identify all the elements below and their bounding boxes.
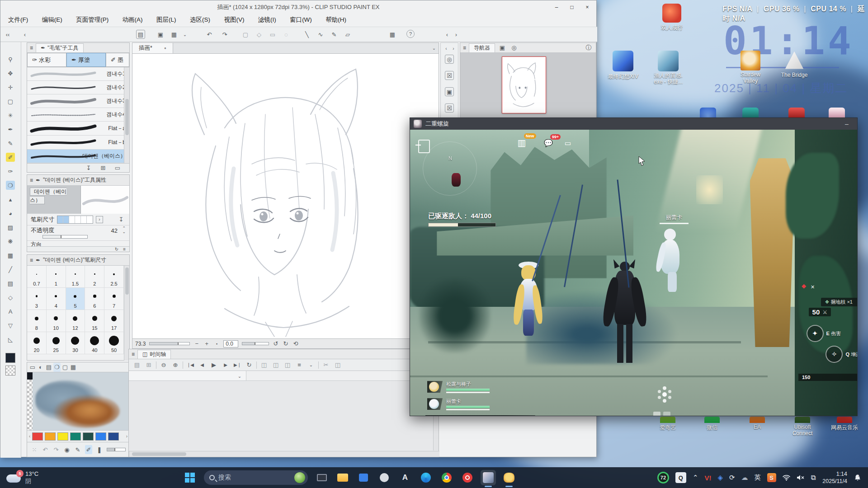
ink-tool-icon[interactable]: ✑ <box>6 167 15 176</box>
timeline-content[interactable]: ⌄ <box>129 371 439 457</box>
swatch-teal[interactable] <box>70 432 81 441</box>
desktop-icon-stardew[interactable]: StardewValley <box>731 51 769 84</box>
navigator-viewport[interactable] <box>460 53 596 117</box>
desktop-icon-the-bridge[interactable]: The Bridge <box>774 51 815 78</box>
size-indicator-icon[interactable]: ↧ <box>117 215 126 224</box>
exit-door-icon[interactable] <box>418 140 430 153</box>
operation-tool-icon[interactable]: ◺ <box>6 335 15 344</box>
taskbar-app-edge[interactable] <box>418 470 434 485</box>
size-cell[interactable]: 30 <box>66 332 85 354</box>
size-cell[interactable]: 50 <box>104 332 124 354</box>
mix-size-slider[interactable] <box>107 448 126 451</box>
mix-pen-icon[interactable]: ✎ <box>74 445 81 454</box>
menu-window[interactable]: 窗口(W) <box>284 14 318 26</box>
register-subtool-icon[interactable]: ↧ <box>84 164 93 172</box>
size-cell[interactable]: 15 <box>85 310 104 332</box>
timeline-ruler[interactable] <box>246 371 434 381</box>
game-titlebar[interactable]: 二重螺旋 – <box>410 118 857 130</box>
menu-layer[interactable]: 图层(L) <box>151 14 182 26</box>
chat-bubble-icon[interactable] <box>663 412 670 416</box>
zoom-slider[interactable] <box>149 342 190 345</box>
color-wheel-tab-icon[interactable]: ◐ <box>37 363 44 372</box>
size-cell-selected[interactable]: 5 <box>66 288 85 310</box>
timeline-hscroll[interactable] <box>129 451 439 457</box>
detail-settings-icon[interactable]: ≡ <box>123 247 126 252</box>
menu-page[interactable]: 页面管理(P) <box>70 14 114 26</box>
item-bank-tab-icon[interactable]: ◎ <box>509 43 519 52</box>
help-icon[interactable]: ? <box>406 30 415 38</box>
panel-menu-icon[interactable]: ≡ <box>30 177 33 183</box>
tray-expand-icon[interactable]: ⌃ <box>693 474 698 482</box>
taskbar-app-explorer[interactable] <box>335 470 350 485</box>
search-highlight-icon[interactable] <box>294 472 305 483</box>
new-canvas-icon[interactable]: ▤ <box>136 30 145 39</box>
brush-item-selected[interactable]: 데이펜（베이스） <box>27 150 129 163</box>
menu-animation[interactable]: 动画(A) <box>117 14 149 26</box>
panel-menu-icon[interactable]: ≡ <box>132 351 135 357</box>
zoom-out-button[interactable]: − <box>193 339 200 348</box>
size-cell[interactable]: 7 <box>104 288 124 310</box>
mix-color-icon[interactable]: ◉ <box>63 445 71 454</box>
volume-muted-icon[interactable] <box>797 474 805 481</box>
mix-black-swatch[interactable] <box>27 372 33 380</box>
size-cell[interactable]: 8 <box>27 310 47 332</box>
size-cell[interactable]: 2.5 <box>104 266 124 288</box>
mix-blend-icon[interactable]: ✐ <box>85 445 92 454</box>
zoom-in-button[interactable]: + <box>203 339 210 348</box>
text-tool-icon[interactable]: A <box>6 307 15 316</box>
track-dropdown-icon[interactable]: ⌄ <box>235 371 244 380</box>
size-cell[interactable]: 2 <box>85 266 104 288</box>
menu-filter[interactable]: 滤镜(I) <box>252 14 282 26</box>
desktop-icon-it-takes-two[interactable]: 双人成行 <box>655 4 689 32</box>
panel-menu-icon[interactable]: ≡ <box>30 257 33 263</box>
reselect-icon[interactable]: ◇ <box>255 30 264 39</box>
brush-item[interactable]: Flat－b <box>27 136 129 150</box>
save-icon[interactable]: ▦ <box>170 30 179 39</box>
mixing-tab-icon[interactable]: ❍ <box>53 363 61 372</box>
game-viewport[interactable]: N ▥ New 💬 99+ ▭ 已驱逐敌人： 44/100 丽蕾卡 ❖ 捆地枝 … <box>410 130 857 416</box>
transparent-color-swatch[interactable] <box>5 366 15 375</box>
loop-icon[interactable]: ↻ <box>245 361 254 370</box>
fps-tray-badge[interactable]: 72 <box>657 472 669 483</box>
desktop-icon-ubisoft[interactable]: UbisoftConnect <box>781 417 824 437</box>
mix-transparent-strip[interactable] <box>27 380 33 430</box>
airbrush-tool-icon[interactable]: ▴ <box>6 195 15 204</box>
mix-undo-icon[interactable]: ↶ <box>42 445 49 454</box>
size-cell[interactable]: 40 <box>85 332 104 354</box>
document-tab[interactable]: 插画* ● <box>132 43 173 53</box>
size-cell[interactable]: 6 <box>85 288 104 310</box>
menu-view[interactable]: 视图(V) <box>218 14 250 26</box>
panel-menu-icon[interactable]: ≡ <box>463 45 466 51</box>
security-shield-icon[interactable]: ◈ <box>717 474 723 482</box>
mix-dots-icon[interactable]: ⁙ <box>31 445 38 454</box>
rotate-left-icon[interactable]: ↺ <box>273 339 279 348</box>
mix-water-icon[interactable]: ❚ <box>96 445 103 454</box>
search-box[interactable]: 搜索 <box>204 470 308 485</box>
input-language-indicator[interactable]: 英 <box>755 474 761 482</box>
cut-frame-icon[interactable]: ✂ <box>321 361 330 370</box>
scroll-left-icon[interactable]: ‹ <box>443 30 452 39</box>
collapse-icon[interactable]: ‹ <box>20 30 29 39</box>
taskbar-clock[interactable]: 1:14 2025/11/4 <box>822 470 847 485</box>
notification-bell-icon[interactable]: z <box>854 474 861 481</box>
material-palette-icon[interactable]: ☒ <box>445 71 454 80</box>
fit-screen-button[interactable]: ▪ <box>213 339 220 348</box>
swatch-scroll-right-icon[interactable]: › <box>126 434 127 439</box>
brush-item[interactable]: 갬내수2 <box>27 81 129 94</box>
color-mixing-canvas[interactable] <box>27 372 129 430</box>
swatch-red[interactable] <box>32 432 43 441</box>
skill-e-icon[interactable]: ✦ <box>807 325 824 342</box>
tab-watercolor[interactable]: ✑水彩 <box>27 53 66 67</box>
minimize-button[interactable]: – <box>550 3 563 12</box>
palette-tab-icon[interactable]: ▭ <box>29 363 36 372</box>
timeline-settings-icon[interactable]: ⊞ <box>144 361 153 370</box>
weather-widget[interactable]: 5 13°C 阴 <box>0 467 45 488</box>
blend-tool-icon[interactable]: ❋ <box>6 237 15 246</box>
pencil-tool-icon[interactable]: ✎ <box>6 139 15 148</box>
steam-tool-icon[interactable]: S <box>767 473 776 482</box>
timeline-zoom-out-icon[interactable]: ⊖ <box>159 361 168 370</box>
color-set-tab-icon[interactable]: ▤ <box>45 363 52 372</box>
desktop-icon-fisher[interactable]: 渔人的直感.exe - 快捷... <box>649 51 687 85</box>
emote-icon[interactable] <box>653 412 660 416</box>
brush-item[interactable]: 갬내수3 <box>27 94 129 108</box>
